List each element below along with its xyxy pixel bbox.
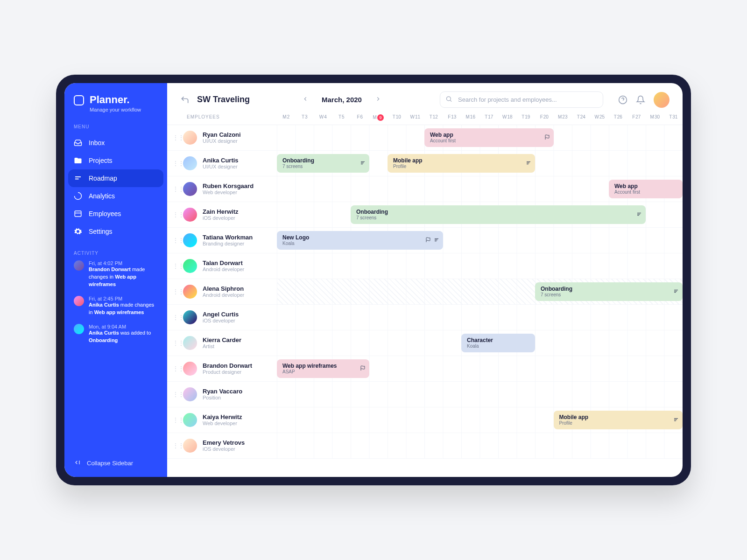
help-icon[interactable] (618, 95, 627, 105)
employee-name: Talan Dorwart (203, 259, 244, 267)
sidebar-item-analytics[interactable]: Analytics (64, 187, 167, 205)
activity-item[interactable]: Mon, at 9:04 AM Anika Curtis was added t… (74, 324, 158, 344)
day-header: M23 (554, 114, 572, 125)
task-bar[interactable]: Web app Account first (609, 180, 683, 198)
task-bar[interactable]: Character Koala (461, 334, 535, 352)
activity-item[interactable]: Fri, at 2:45 PM Anika Curtis made change… (74, 296, 158, 316)
timeline-lane[interactable] (277, 382, 683, 407)
sidebar-item-projects[interactable]: Projects (64, 152, 167, 169)
timeline-lane[interactable]: Onboarding 7 screens (277, 279, 683, 304)
timeline-lane[interactable]: New Logo Koala (277, 228, 683, 253)
activity-item[interactable]: Fri, at 4:02 PM Brandon Dorwart made cha… (74, 260, 158, 288)
employee-avatar[interactable] (183, 259, 197, 273)
sidebar-item-label: Roadmap (89, 175, 117, 182)
sidebar: Planner. Manage your workflow MENU Inbox… (64, 83, 167, 477)
employee-avatar[interactable] (183, 182, 197, 196)
task-subtitle: Profile (559, 420, 669, 426)
timeline-row: ⋮⋮ Brandon Dorwart Product designerWeb a… (167, 356, 683, 382)
employee-avatar[interactable] (183, 131, 197, 145)
employee-name: Ruben Korsgaard (203, 182, 254, 190)
timeline-row: ⋮⋮ Talan Dorwart Android developer (167, 253, 683, 279)
employee-avatar[interactable] (183, 285, 197, 299)
day-header: T5 (332, 114, 351, 125)
activity-time: Fri, at 2:45 PM (89, 296, 158, 301)
timeline-lane[interactable] (277, 433, 683, 458)
inbox-icon (74, 139, 82, 147)
task-bar[interactable]: New Logo Koala (277, 231, 443, 250)
drag-handle-icon[interactable]: ⋮⋮ (173, 391, 177, 398)
day-header: F13 (443, 114, 462, 125)
sidebar-item-settings[interactable]: Settings (64, 223, 167, 240)
collapse-label: Collapse Sidebar (87, 460, 133, 467)
employee-avatar[interactable] (183, 439, 197, 453)
employee-avatar[interactable] (183, 310, 197, 324)
timeline-row: ⋮⋮ Anika Curtis UI/UX designerOnboarding… (167, 151, 683, 176)
task-bar[interactable]: Onboarding 7 screens (535, 282, 683, 301)
task-bar[interactable]: Onboarding 7 screens (351, 205, 646, 224)
sidebar-item-inbox[interactable]: Inbox (64, 134, 167, 152)
employee-avatar[interactable] (183, 362, 197, 376)
user-avatar[interactable] (654, 92, 669, 108)
task-bar[interactable]: Mobile app Profile (388, 154, 535, 173)
timeline-row: ⋮⋮ Zain Herwitz iOS developerOnboarding … (167, 202, 683, 228)
drag-handle-icon[interactable]: ⋮⋮ (173, 442, 177, 449)
task-title: Onboarding (541, 286, 669, 292)
back-icon[interactable] (180, 95, 190, 105)
month-nav: March, 2020 (302, 96, 381, 104)
timeline-lane[interactable]: Web app Account first (277, 125, 683, 150)
task-title: Web app wireframes (282, 363, 355, 369)
drag-handle-icon[interactable]: ⋮⋮ (173, 263, 177, 269)
notes-icon (673, 416, 679, 424)
next-month-button[interactable] (375, 96, 381, 104)
timeline-lane[interactable]: Web app Account first (277, 176, 683, 202)
drag-handle-icon[interactable]: ⋮⋮ (173, 314, 177, 321)
task-bar[interactable]: Web app Account first (424, 128, 554, 147)
collapse-sidebar-button[interactable]: Collapse Sidebar (64, 453, 167, 468)
search-input[interactable] (440, 91, 603, 108)
timeline-lane[interactable]: Web app wireframes ASAP (277, 356, 683, 381)
sidebar-item-employees[interactable]: Employees (64, 205, 167, 223)
employee-name: Kierra Carder (203, 336, 241, 344)
prev-month-button[interactable] (302, 96, 309, 104)
timeline-lane[interactable]: Onboarding 7 screens Mobile app Profile (277, 151, 683, 176)
drag-handle-icon[interactable]: ⋮⋮ (173, 340, 177, 346)
timeline-lane[interactable] (277, 305, 683, 330)
employee-name: Anika Curtis (203, 157, 239, 164)
task-bar[interactable]: Web app wireframes ASAP (277, 359, 369, 378)
day-header: T31 (664, 114, 683, 125)
drag-handle-icon[interactable]: ⋮⋮ (173, 365, 177, 372)
flag-icon (360, 364, 366, 373)
task-bar[interactable]: Onboarding 7 screens (277, 154, 369, 173)
timeline-lane[interactable]: Mobile app Profile (277, 407, 683, 433)
employee-role: Artist (203, 343, 241, 350)
drag-handle-icon[interactable]: ⋮⋮ (173, 288, 177, 295)
employee-avatar[interactable] (183, 156, 197, 170)
logo: Planner. Manage your workflow (64, 94, 167, 124)
task-subtitle: Profile (393, 164, 521, 169)
sidebar-item-roadmap[interactable]: Roadmap (68, 169, 163, 187)
topbar: SW Traveling March, 2020 (167, 83, 683, 114)
task-bar[interactable]: Mobile app Profile (554, 411, 683, 429)
employee-avatar[interactable] (183, 208, 197, 222)
search-wrap (440, 91, 603, 108)
employee-avatar[interactable] (183, 387, 197, 401)
drag-handle-icon[interactable]: ⋮⋮ (173, 417, 177, 423)
employee-avatar[interactable] (183, 413, 197, 427)
employee-avatar[interactable] (183, 233, 197, 247)
activity-time: Mon, at 9:04 AM (89, 324, 158, 329)
employee-avatar[interactable] (183, 336, 197, 350)
drag-handle-icon[interactable]: ⋮⋮ (173, 186, 177, 192)
app-tagline: Manage your workflow (90, 106, 141, 113)
drag-handle-icon[interactable]: ⋮⋮ (173, 160, 177, 167)
bell-icon[interactable] (636, 95, 645, 105)
timeline-lane[interactable] (277, 253, 683, 279)
timeline-row: ⋮⋮ Ryan Calzoni UI/UX designerWeb app Ac… (167, 125, 683, 151)
timeline-lane[interactable]: Character Koala (277, 330, 683, 356)
timeline-lane[interactable]: Onboarding 7 screens (277, 202, 683, 227)
drag-handle-icon[interactable]: ⋮⋮ (173, 237, 177, 244)
drag-handle-icon[interactable]: ⋮⋮ (173, 134, 177, 141)
drag-handle-icon[interactable]: ⋮⋮ (173, 211, 177, 218)
task-subtitle: 7 screens (541, 292, 669, 298)
employee-role: UI/UX designer (203, 138, 241, 144)
activity-avatar (74, 296, 84, 306)
